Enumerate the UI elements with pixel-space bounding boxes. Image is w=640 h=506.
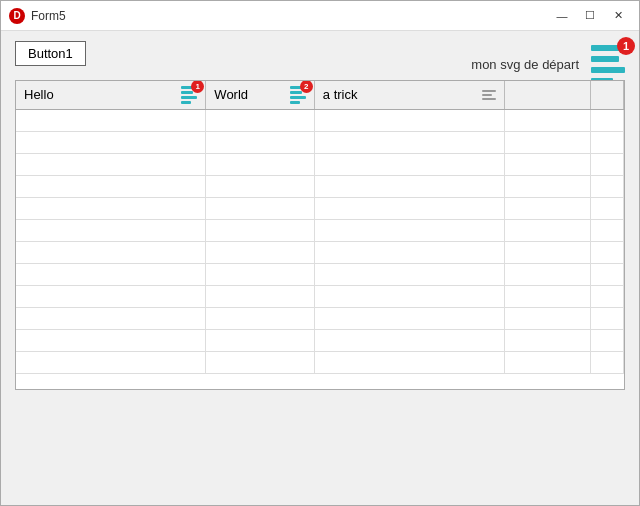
mbar1 bbox=[482, 90, 496, 92]
minimize-button[interactable]: — bbox=[549, 6, 575, 26]
table-row bbox=[16, 197, 624, 219]
col2-badge: 2 bbox=[300, 81, 313, 93]
col-header-hello: Hello 1 bbox=[16, 81, 206, 109]
col1-badge: 1 bbox=[191, 81, 204, 93]
table-scroll-area[interactable]: Hello 1 bbox=[16, 81, 624, 389]
table-row bbox=[16, 131, 624, 153]
maximize-button[interactable]: ☐ bbox=[577, 6, 603, 26]
hamburger-icon-large[interactable]: 1 bbox=[591, 45, 625, 84]
main-content: Button1 mon svg de départ 1 bbox=[1, 31, 639, 505]
col3-label: a trick bbox=[323, 87, 358, 102]
data-table-container: Hello 1 bbox=[15, 80, 625, 390]
top-right-area: mon svg de départ 1 bbox=[471, 45, 625, 84]
bar2 bbox=[591, 56, 619, 62]
table-header-row: Hello 1 bbox=[16, 81, 624, 109]
mbar3 bbox=[482, 98, 496, 100]
col1-label: Hello bbox=[24, 87, 54, 102]
col3-header-content: a trick bbox=[323, 87, 496, 102]
main-window: D Form5 — ☐ ✕ Button1 mon svg de départ … bbox=[0, 0, 640, 506]
data-table: Hello 1 bbox=[16, 81, 624, 374]
table-row bbox=[16, 219, 624, 241]
table-row bbox=[16, 263, 624, 285]
sbar4 bbox=[290, 101, 300, 104]
sbar4 bbox=[181, 101, 191, 104]
app-icon: D bbox=[9, 8, 25, 24]
table-row bbox=[16, 307, 624, 329]
svg-label: mon svg de départ bbox=[471, 57, 579, 72]
table-row bbox=[16, 351, 624, 373]
titlebar: D Form5 — ☐ ✕ bbox=[1, 1, 639, 31]
col1-hamburger-icon[interactable]: 1 bbox=[181, 86, 197, 104]
col2-label: World bbox=[214, 87, 248, 102]
sbar3 bbox=[290, 96, 306, 99]
bar3 bbox=[591, 67, 625, 73]
col-header-world: World 2 bbox=[206, 81, 314, 109]
sbar3 bbox=[181, 96, 197, 99]
mbar2 bbox=[482, 94, 492, 96]
table-row bbox=[16, 329, 624, 351]
sbar2 bbox=[181, 91, 193, 94]
window-controls: — ☐ ✕ bbox=[549, 6, 631, 26]
table-row bbox=[16, 153, 624, 175]
table-row bbox=[16, 285, 624, 307]
sbar2 bbox=[290, 91, 302, 94]
col2-hamburger-icon[interactable]: 2 bbox=[290, 86, 306, 104]
col-header-trick: a trick bbox=[314, 81, 504, 109]
badge-large: 1 bbox=[617, 37, 635, 55]
button1[interactable]: Button1 bbox=[15, 41, 86, 66]
col-header-5 bbox=[591, 81, 624, 109]
table-row bbox=[16, 175, 624, 197]
col2-header-content: World 2 bbox=[214, 86, 305, 104]
col1-header-content: Hello 1 bbox=[24, 86, 197, 104]
window-title: Form5 bbox=[31, 9, 549, 23]
table-row bbox=[16, 241, 624, 263]
close-button[interactable]: ✕ bbox=[605, 6, 631, 26]
col3-mini-icon[interactable] bbox=[482, 90, 496, 100]
table-row bbox=[16, 109, 624, 131]
col-header-4 bbox=[504, 81, 591, 109]
